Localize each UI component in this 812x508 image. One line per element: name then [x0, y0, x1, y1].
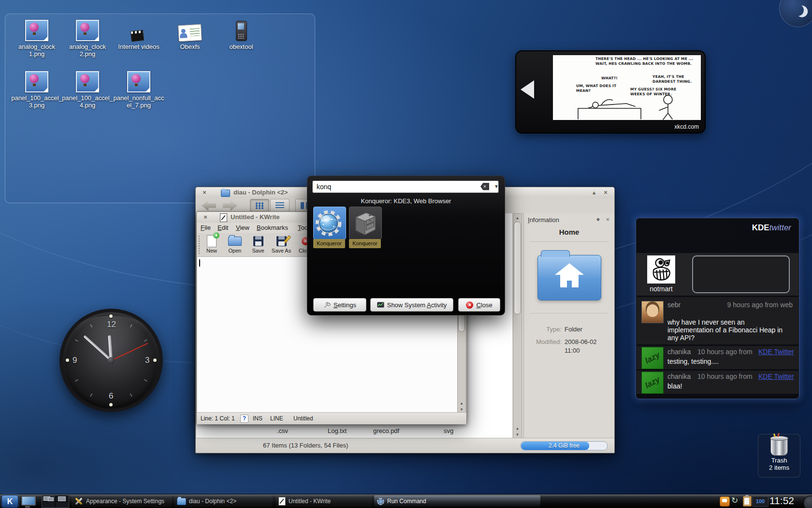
- tweet-source-link[interactable]: KDE Twitter: [758, 373, 794, 380]
- tray-chat-icon[interactable]: [720, 496, 730, 507]
- tweet-row: sebr 9 hours ago from web why have I nev…: [637, 297, 798, 344]
- menu-bookmarks[interactable]: Bookmarks: [257, 224, 288, 231]
- window-close-icon[interactable]: ×: [201, 189, 208, 196]
- file-label[interactable]: greco.pdf: [373, 427, 399, 434]
- task-run-command[interactable]: Run Command: [374, 495, 540, 507]
- forward-arrow-icon[interactable]: [223, 200, 237, 211]
- clock-number-9: 9: [72, 356, 77, 365]
- kwrite-icon: [220, 213, 227, 222]
- disk-capacity-bar: 2.4 GiB free: [521, 441, 608, 450]
- toolbar-handle[interactable]: [198, 235, 200, 254]
- new-button[interactable]: + New: [201, 234, 223, 256]
- desktop-icon-label: panel_nonfull_accel_7.png: [113, 95, 164, 109]
- history-dropdown-icon[interactable]: ▾: [495, 183, 498, 190]
- tweet-input-box[interactable]: [692, 255, 790, 293]
- image-thumbnail-icon: [62, 18, 113, 41]
- pager-desktop-1[interactable]: [42, 495, 55, 501]
- window-title: diau - Dolphin <2>: [233, 189, 288, 196]
- tray-battery-monitor[interactable]: 100: [752, 496, 768, 507]
- show-system-activity-button[interactable]: Show System Activity: [370, 298, 453, 312]
- icons-view-button[interactable]: [250, 199, 269, 212]
- item-count-status: 67 Items (13 Folders, 54 Files): [263, 442, 348, 449]
- result-label[interactable]: Konqueror: [313, 239, 345, 248]
- window-close-icon[interactable]: ×: [202, 213, 209, 221]
- scroll-down-icon[interactable]: ▾: [458, 407, 465, 412]
- result-label[interactable]: Konqueror: [349, 239, 381, 248]
- file-label[interactable]: .csv: [277, 427, 288, 434]
- system-monitor-icon: [377, 302, 384, 308]
- details-view-button[interactable]: [270, 199, 290, 212]
- tweet-text: testing, testing....: [667, 358, 719, 365]
- panel-float-icon[interactable]: ◆: [596, 217, 600, 222]
- image-thumbnail-icon: [11, 69, 62, 92]
- notmart-avatar: [647, 255, 675, 284]
- tray-clipboard-icon[interactable]: [743, 496, 752, 507]
- image-thumbnail-icon: [11, 18, 62, 41]
- result-konqueror-filemanager[interactable]: [349, 207, 382, 239]
- save-icon: [253, 236, 263, 246]
- back-arrow-icon[interactable]: [202, 200, 216, 211]
- divider: [530, 313, 609, 314]
- help-button[interactable]: ?: [240, 415, 248, 423]
- save-button[interactable]: Save: [247, 234, 269, 256]
- desktop-icon-internet-videos[interactable]: ♪ Internet videos: [113, 18, 164, 51]
- scroll-up-icon[interactable]: ▴: [513, 215, 522, 220]
- panel-close-icon[interactable]: ×: [606, 216, 609, 223]
- scroll-down-icon[interactable]: ▾: [513, 432, 522, 437]
- scroll-up-icon[interactable]: ▴: [513, 426, 522, 431]
- line-col-status: Line: 1 Col: 1: [201, 415, 235, 422]
- dolphin-scrollbar[interactable]: ▴ ▴ ▾: [513, 213, 522, 439]
- chanika-avatar: lazy: [641, 372, 664, 394]
- modified-date: 2008-06-02: [565, 338, 597, 345]
- pager-desktop-4[interactable]: [56, 502, 69, 508]
- desktop-icon-panel-100-accel-3[interactable]: panel_100_accel_3.png: [11, 69, 62, 109]
- trash-count: 2 items: [758, 464, 800, 471]
- previous-comic-arrow-icon[interactable]: [521, 80, 534, 99]
- scroll-up-icon[interactable]: ▴: [458, 401, 465, 405]
- window-close-icon[interactable]: ×: [602, 189, 609, 196]
- details-view-icon: [276, 202, 284, 209]
- open-button[interactable]: Open: [224, 234, 246, 256]
- wrench-icon: [323, 301, 331, 309]
- task-system-settings[interactable]: Appearance - System Settings: [72, 495, 172, 507]
- desktop-icon-analog-clock-1[interactable]: analog_clock 1.png: [11, 18, 62, 58]
- desktop-icon-obextool[interactable]: obextool: [216, 18, 267, 51]
- analog-clock-widget[interactable]: 12 3 6 9: [59, 309, 163, 412]
- menu-view[interactable]: View: [236, 224, 249, 231]
- panel-cashew-icon[interactable]: [803, 495, 812, 508]
- desktop-pager[interactable]: [42, 495, 69, 508]
- desktop-icon-panel-nonfull-accel-7[interactable]: panel_nonfull_accel_7.png: [113, 69, 164, 109]
- pager-desktop-3[interactable]: [42, 502, 55, 508]
- file-label[interactable]: svg: [444, 427, 453, 434]
- menu-edit[interactable]: Edit: [218, 224, 228, 231]
- task-kwrite[interactable]: Untitled - KWrite: [276, 495, 372, 507]
- trash-widget[interactable]: Trash 2 items: [758, 434, 800, 478]
- device-notifier-icon[interactable]: [21, 496, 36, 506]
- folder-icon: [221, 190, 230, 197]
- save-as-button[interactable]: Save As: [270, 234, 292, 256]
- task-dolphin[interactable]: diau - Dolphin <2>: [174, 495, 273, 507]
- scrollbar-thumb[interactable]: [514, 222, 521, 314]
- run-command-input[interactable]: [312, 180, 499, 193]
- result-konqueror-web[interactable]: [313, 207, 346, 239]
- tweet-source-link[interactable]: KDE Twitter: [758, 348, 794, 356]
- desktop-icon-panel-100-accel-4[interactable]: panel_100_accel_4.png: [62, 69, 113, 109]
- menu-file[interactable]: File: [201, 224, 211, 231]
- desktop-icon-analog-clock-2[interactable]: analog_clock 2.png: [62, 18, 113, 58]
- digital-clock[interactable]: 11:52: [769, 495, 794, 507]
- kdetwitter-logo: KDEtwitter: [752, 223, 791, 233]
- tray-sync-icon[interactable]: ↻: [731, 496, 738, 505]
- tweet-text: blaa!: [667, 382, 682, 390]
- file-label[interactable]: Log.txt: [328, 427, 347, 434]
- pager-desktop-2[interactable]: [56, 495, 69, 501]
- settings-button[interactable]: Settings: [313, 298, 366, 312]
- dolphin-statusbar: 67 Items (13 Folders, 54 Files) 2.4 GiB …: [196, 438, 614, 453]
- window-maximize-icon[interactable]: ▴: [590, 189, 598, 196]
- folder-icon: [177, 498, 186, 505]
- clock-dot: [109, 403, 113, 406]
- close-button[interactable]: × Close: [458, 298, 500, 312]
- desktop-icon-obexfs[interactable]: Obexfs: [164, 18, 216, 51]
- kmenu-button[interactable]: K: [1, 495, 18, 508]
- home-folder-icon: [537, 255, 601, 300]
- plasma-cashew-icon[interactable]: [779, 0, 812, 27]
